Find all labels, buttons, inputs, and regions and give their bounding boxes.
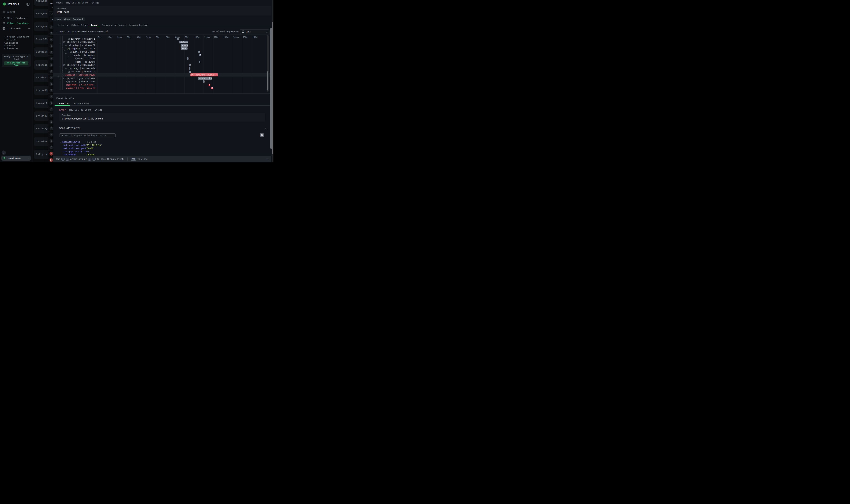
close-icon[interactable]: × (266, 157, 269, 161)
help-button[interactable]: ? (2, 150, 6, 155)
tab-trace[interactable]: Trace (91, 24, 97, 26)
session-card[interactable]: Shaniya.Sc (34, 73, 48, 82)
view-session-pin-icon[interactable] (50, 133, 53, 137)
span-duration-bar[interactable]: POST http://quote:8090/getquote (181, 47, 187, 50)
chevron-up-icon[interactable] (28, 28, 30, 30)
view-session-pin-icon[interactable] (50, 120, 53, 124)
attribute-group[interactable]: ▾ SpanAttributes {} 6 keys (60, 141, 80, 143)
edit-trace-icon[interactable] (99, 30, 102, 33)
modal-scrollbar-thumb[interactable] (270, 28, 272, 149)
view-session-pin-icon[interactable] (50, 70, 53, 73)
service-badge[interactable]: ServiceName: frontend (54, 17, 85, 21)
span-duration-bar[interactable]: ( (177, 38, 179, 40)
tab-column-values[interactable]: Column Values (71, 24, 88, 26)
log-source-select[interactable]: Logs (240, 29, 269, 34)
sidebar-item-dashboards[interactable]: Dashboards (0, 26, 32, 31)
trace-span-row[interactable]: (1)shipping | oteldemo.Shipping…oteldemo… (53, 44, 273, 47)
span-duration-bar[interactable]: ( (187, 57, 188, 60)
span-duration-bar[interactable]: oteldemo.PaymentService/Charge (191, 73, 218, 76)
session-card[interactable]: Anonymous (34, 9, 48, 18)
view-session-pin-icon[interactable] (50, 76, 53, 79)
session-card[interactable]: Walton9@ho (34, 48, 48, 57)
trace-span-row[interactable]: payment | Error: Visa cache ful…E (53, 87, 273, 90)
trace-span-row[interactable]: quote | calculate-quotec (53, 60, 273, 64)
view-session-pin-icon[interactable] (50, 51, 53, 54)
view-session-pin-icon[interactable] (50, 63, 53, 67)
strip-search-input[interactable]: Sea (49, 12, 53, 16)
gear-icon[interactable]: ⚙ (260, 133, 264, 137)
span-duration-bar[interactable]: P (198, 51, 200, 53)
trace-span-row[interactable]: (2)quote | {closure}{ (53, 54, 273, 57)
create-dashboard-button[interactable]: + Create Dashboard (4, 35, 30, 38)
session-card[interactable]: Dolly.Lubo (34, 150, 48, 159)
sidebar-item-kubernetes[interactable]: Kubernetes (4, 47, 18, 50)
swap-arrows-icon[interactable] (50, 152, 53, 156)
presets-toggle[interactable]: PRESETS (4, 39, 17, 41)
span-duration-bar[interactable]: oteldemo.ShippingService/GetQuote (181, 44, 188, 47)
session-card[interactable]: Kieran92@h (34, 86, 48, 95)
sidebar-item-search[interactable]: Search (0, 10, 32, 14)
tab-session-replay[interactable]: Session Replay (129, 24, 147, 26)
view-session-pin-icon[interactable] (50, 25, 53, 29)
attribute-row[interactable]: net.sock.peer.port"50051" (64, 147, 86, 150)
local-mode-button[interactable]: U Local mode › (1, 156, 31, 161)
view-session-pin-icon[interactable] (50, 38, 53, 41)
collapse-section-icon[interactable] (265, 127, 266, 130)
sidebar-item-client-sessions[interactable]: Client Sessions (0, 21, 32, 25)
attribute-row[interactable]: rpc.grpc.status_code"2" (64, 150, 89, 153)
strip-button[interactable]: H (50, 17, 53, 22)
attribute-row[interactable]: rpc.method"Charge" (64, 154, 76, 156)
span-duration-bar[interactable]: ( (189, 64, 191, 66)
collapse-sidebar-icon[interactable] (26, 3, 30, 5)
view-session-pin-icon[interactable] (50, 44, 53, 48)
trace-span-row[interactable]: (1)shipping | POST http://quo…POST http:… (53, 47, 273, 50)
terminal-icon[interactable] (50, 158, 53, 162)
view-session-pin-icon[interactable] (50, 107, 53, 111)
trace-span-row[interactable]: (1)checkout | oteldemo.PaymentServi…otel… (53, 73, 273, 76)
tab-surrounding-context[interactable]: Surrounding Context (102, 24, 127, 26)
view-session-pin-icon[interactable] (50, 95, 53, 98)
waterfall-scrollbar-thumb[interactable] (267, 71, 268, 91)
pane-resize-handle[interactable] (97, 37, 97, 43)
view-session-pin-icon[interactable] (50, 145, 53, 149)
trace-span-row[interactable]: quote | Calculated q…( (53, 57, 273, 60)
trace-span-row[interactable]: (3)payment | grpc.oteldemo.Paymen…grpc.o… (53, 76, 273, 80)
trace-span-row[interactable]: (1)quote | POST /getquoteP (53, 50, 273, 54)
span-duration-bar[interactable]: ( (189, 71, 191, 73)
view-session-pin-icon[interactable] (50, 126, 53, 130)
view-session-pin-icon[interactable] (50, 57, 53, 60)
trace-span-row[interactable]: currency | Convert convers…( (53, 37, 273, 40)
trace-span-row[interactable]: payment | Visa cache full: c…V (53, 83, 273, 87)
tab-overview[interactable]: Overview (58, 102, 68, 105)
session-card[interactable]: Anonymous (34, 22, 48, 31)
session-card[interactable]: Deion37@gm (34, 35, 48, 44)
span-duration-bar[interactable]: oteldemo.ShippingService/GetQuote (179, 41, 188, 43)
session-card[interactable]: Roderick_S (34, 60, 48, 70)
attribute-row[interactable]: net.sock.peer.addr"172.28.0.10" (64, 144, 86, 146)
session-card[interactable]: Pearl43@ho (34, 124, 48, 133)
sidebar-item-clickhouse[interactable]: Clickhouse (4, 41, 18, 44)
page-scrollbar-thumb[interactable] (272, 22, 273, 154)
trace-span-row[interactable]: payment | Charge request rec…( (53, 80, 273, 83)
session-card[interactable]: Anonymous (34, 0, 48, 5)
span-duration-bar[interactable]: c (199, 61, 200, 63)
span-duration-bar[interactable]: grpc.oteldemo.PaymentService/Charge (198, 77, 212, 80)
trace-span-row[interactable]: (1)checkout | oteldemo.CurrencySe…( (53, 64, 273, 67)
span-duration-bar[interactable]: ( (189, 67, 191, 70)
view-session-pin-icon[interactable] (50, 101, 53, 105)
sidebar-item-chart-explorer[interactable]: Chart Explorer (0, 16, 32, 20)
get-started-button[interactable]: Get Started for Free (4, 61, 29, 66)
view-session-pin-icon[interactable] (50, 114, 53, 118)
view-session-pin-icon[interactable] (50, 89, 53, 92)
attributes-search-input[interactable] (64, 134, 114, 137)
view-session-pin-icon[interactable] (50, 139, 53, 143)
tab-overview[interactable]: Overview (58, 24, 68, 26)
span-duration-bar[interactable]: ( (203, 80, 204, 83)
trace-span-row[interactable]: currency | Convert convers…( (53, 70, 273, 73)
span-duration-bar[interactable]: { (199, 54, 201, 56)
session-card[interactable]: Howard.Run (34, 99, 48, 108)
view-session-pin-icon[interactable] (50, 82, 53, 86)
trace-span-row[interactable]: (1)checkout | oteldemo.ShippingSe…otelde… (53, 40, 273, 44)
view-session-pin-icon[interactable] (50, 32, 53, 35)
tab-column-values[interactable]: Column Values (73, 102, 90, 105)
